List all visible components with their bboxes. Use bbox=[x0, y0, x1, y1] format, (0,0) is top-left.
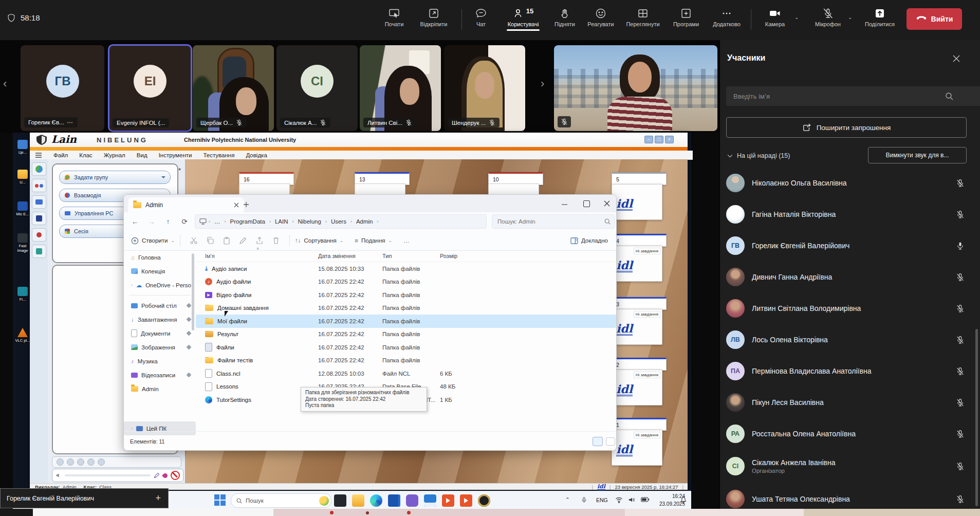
plus-icon[interactable]: + bbox=[155, 493, 161, 504]
participant-row[interactable]: Ніколаєнко Ольга Василівна bbox=[726, 168, 973, 198]
more-button[interactable]: Додатково bbox=[707, 7, 746, 27]
mini-tool-button[interactable] bbox=[77, 458, 84, 466]
edge-taskbar-icon[interactable] bbox=[370, 494, 382, 507]
crumb-admin[interactable]: Admin bbox=[354, 217, 375, 226]
wifi-icon[interactable] bbox=[615, 496, 623, 503]
lain-close-button[interactable]: × bbox=[665, 136, 674, 143]
sidebar-scrollbar[interactable] bbox=[192, 253, 194, 330]
file-row[interactable]: Домашні завдання 16.07.2025 22:42Папка ф… bbox=[196, 302, 616, 315]
participant-row[interactable]: ПА Пермінова Владислава Анатоліївна bbox=[726, 356, 973, 386]
start-button[interactable] bbox=[214, 494, 226, 506]
share-button[interactable]: Поділитися bbox=[859, 7, 900, 27]
window-close-icon[interactable] bbox=[604, 200, 610, 207]
delete-icon[interactable] bbox=[272, 236, 280, 245]
mic-on-icon[interactable] bbox=[956, 242, 965, 250]
menu-class[interactable]: Клас bbox=[79, 152, 93, 158]
desktop-icon[interactable]: Fast Image bbox=[14, 233, 31, 253]
file-row[interactable]: Файли тестів 16.07.2025 22:42Папка файлі… bbox=[196, 354, 616, 367]
mic-muted-icon[interactable] bbox=[956, 304, 965, 313]
rename-icon[interactable] bbox=[239, 236, 247, 245]
mic-muted-icon[interactable] bbox=[956, 210, 965, 219]
video-tile-gorelyk[interactable]: ГВ Горелик Єв...⋯ bbox=[21, 45, 104, 131]
participant-row[interactable]: Пікун Леся Василівна bbox=[726, 387, 973, 418]
sidebar-videos[interactable]: Відеозаписи bbox=[124, 368, 196, 382]
panel-star-button[interactable]: * bbox=[178, 167, 181, 174]
menu-help[interactable]: Довідка bbox=[246, 152, 267, 158]
col-name[interactable]: Ім'я bbox=[196, 253, 318, 259]
apps-button[interactable]: Програми bbox=[667, 7, 705, 27]
scroll-right-chevron[interactable]: › bbox=[541, 77, 544, 90]
explorer-tab-admin[interactable]: Admin bbox=[128, 197, 244, 212]
breadcrumb-ellipsis[interactable]: … bbox=[212, 217, 223, 226]
close-tab-icon[interactable] bbox=[234, 202, 239, 208]
participant-row[interactable]: СІ Сікалюк Анжела Іванівна Організатор bbox=[726, 450, 973, 483]
set-group-button[interactable]: Задати групу bbox=[59, 171, 171, 184]
battery-icon[interactable] bbox=[641, 497, 650, 502]
participant-row[interactable]: ГВ Горелик Євгеній Валерійович bbox=[726, 230, 973, 261]
mini-tool-button[interactable] bbox=[67, 458, 74, 466]
save-tool-icon[interactable] bbox=[32, 212, 46, 225]
file-row-selected[interactable]: Мої файли 16.07.2025 22:42Папка файлів bbox=[196, 315, 616, 328]
taskbar-app-icon[interactable] bbox=[478, 494, 490, 507]
mic-muted-icon[interactable] bbox=[956, 179, 965, 188]
desktop-icon[interactable]: Fi... bbox=[14, 287, 31, 302]
mini-tool-button[interactable] bbox=[87, 458, 95, 466]
scroll-left-chevron[interactable]: ‹ bbox=[3, 77, 7, 90]
up-button[interactable]: ↑ bbox=[160, 217, 176, 226]
word-taskbar-icon[interactable] bbox=[388, 494, 400, 507]
forward-button[interactable]: → bbox=[143, 217, 160, 226]
breadcrumb[interactable]: ›… ›ProgramData ›LAIN ›Nibelung ›Users ›… bbox=[195, 214, 487, 229]
menu-tools[interactable]: Інструменти bbox=[159, 152, 192, 158]
tray-chevron[interactable]: ⌃ bbox=[565, 496, 570, 503]
col-size[interactable]: Розмір bbox=[440, 253, 476, 259]
screen-numbox[interactable]: 1 bbox=[612, 418, 667, 431]
sidebar-downloads[interactable]: ↓Завантаження bbox=[124, 312, 196, 326]
start-share-button[interactable]: Почати bbox=[378, 7, 410, 27]
participant-search-input[interactable] bbox=[726, 86, 980, 106]
mic-button[interactable]: Мікрофон bbox=[810, 7, 846, 27]
mic-muted-icon[interactable] bbox=[956, 462, 965, 471]
col-type[interactable]: Тип bbox=[382, 253, 440, 259]
desktop-icon[interactable]: VLC pl... bbox=[14, 328, 31, 343]
refresh-button[interactable]: ⟳ bbox=[176, 217, 193, 226]
menu-testing[interactable]: Тестування bbox=[203, 152, 234, 158]
share-invite-button[interactable]: Поширити запрошення bbox=[726, 117, 967, 138]
mini-tool-button[interactable] bbox=[98, 458, 105, 466]
session-tool-icon[interactable] bbox=[32, 245, 46, 258]
volume-icon[interactable] bbox=[628, 496, 635, 503]
sidebar-music[interactable]: ♪Музика bbox=[124, 354, 196, 368]
participant-row[interactable]: РА Росстальна Олена Анатоліївна bbox=[726, 418, 973, 449]
record-tool-icon[interactable] bbox=[32, 228, 46, 242]
details-pane-button[interactable]: Докладно bbox=[570, 237, 608, 244]
explorer-search-input[interactable] bbox=[496, 218, 591, 225]
screen-card[interactable]: Ні завданняidl bbox=[612, 430, 662, 466]
panel-scrollbar[interactable] bbox=[975, 329, 978, 506]
screen-numbox[interactable]: 3 bbox=[612, 297, 667, 310]
camera-button[interactable]: Камера bbox=[760, 7, 790, 27]
react-button[interactable]: Реагувати bbox=[583, 7, 619, 27]
pin-icon[interactable] bbox=[162, 472, 169, 479]
crumb-nibelung[interactable]: Nibelung bbox=[295, 217, 323, 226]
crumb-users[interactable]: Users bbox=[329, 217, 348, 226]
screen-card[interactable]: Ні завданняidl bbox=[612, 246, 662, 282]
raise-hand-button[interactable]: Підняти bbox=[549, 7, 581, 27]
language-indicator[interactable]: ENG bbox=[596, 497, 608, 503]
mute-all-button[interactable]: Вимкнути звук для в... bbox=[868, 147, 967, 163]
unpin-button[interactable]: Відкріпити bbox=[415, 7, 452, 27]
mic-muted-icon[interactable] bbox=[956, 367, 965, 376]
close-panel-icon[interactable] bbox=[952, 54, 960, 63]
chat-button[interactable]: Чат bbox=[467, 7, 495, 27]
sidebar-gallery[interactable]: Колекція bbox=[124, 264, 196, 278]
video-tile-active-speaker[interactable] bbox=[554, 45, 717, 131]
video-tile-shcherbak[interactable]: Щербак О... bbox=[193, 45, 274, 131]
mic-muted-icon[interactable] bbox=[956, 273, 965, 282]
leave-button[interactable]: Вийти bbox=[907, 8, 962, 30]
sort-button[interactable]: ↑↓Сортування⌄ bbox=[295, 237, 343, 244]
tile-menu-icon[interactable]: ⋯ bbox=[67, 119, 74, 126]
viber-taskbar-icon[interactable] bbox=[406, 494, 418, 507]
notification-bell-icon[interactable] bbox=[680, 496, 687, 504]
participant-row[interactable]: Литвин Світлана Володимирівна bbox=[726, 293, 973, 324]
desktop-icon[interactable]: Mic E... bbox=[14, 201, 31, 216]
taskbar-search[interactable]: Пошук bbox=[231, 493, 331, 508]
screen-card[interactable]: Ні завданняidl bbox=[612, 370, 662, 406]
